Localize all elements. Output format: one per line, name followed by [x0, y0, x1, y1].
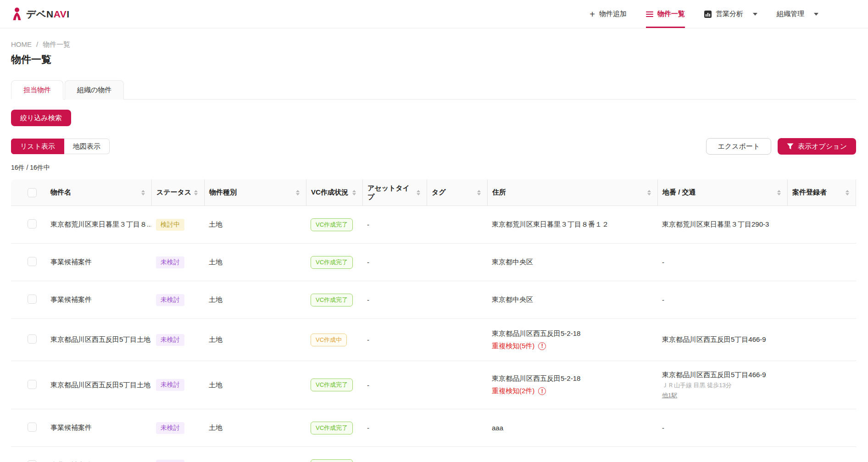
property-name[interactable]: 東京都荒川区東日暮里３丁目８...: [46, 220, 151, 229]
col-header-tag: タグ: [427, 179, 487, 206]
breadcrumb-current: 物件一覧: [43, 40, 70, 49]
select-all-checkbox[interactable]: [28, 188, 37, 197]
vc-status-badge: VC作成完了: [311, 422, 353, 434]
toolbar-right: エクスポート 表示オプション: [706, 138, 856, 155]
status-badge: 未検討: [156, 334, 184, 346]
row-checkbox[interactable]: [28, 423, 37, 432]
map-view-button[interactable]: 地図表示: [64, 139, 110, 154]
col-header-name: 物件名: [46, 179, 151, 206]
sort-icon[interactable]: [417, 190, 420, 195]
table-header-row: 物件名 ステータス 物件種別 VC作成状況 アセットタイプ タグ 住所 地番 /…: [11, 179, 856, 206]
status-badge: 未検討: [156, 379, 184, 391]
warning-icon: !: [538, 387, 546, 395]
table-row[interactable]: 事業候補案件 未検討 土地 VC作成完了 - aaa -: [11, 409, 856, 447]
duplicate-alert[interactable]: 重複検知(5件) !: [492, 342, 546, 351]
lot-number: -: [657, 296, 787, 304]
vc-status-badge: VC作成完了: [311, 459, 353, 462]
vc-status-badge: VC作成完了: [311, 294, 353, 306]
sort-icon[interactable]: [194, 190, 198, 195]
tab-organization-properties[interactable]: 組織の物件: [65, 80, 124, 100]
property-name[interactable]: 東京都品川区西五反田5丁目土地: [46, 335, 151, 344]
logo[interactable]: デベNAVI: [11, 0, 70, 28]
asset-type: -: [362, 336, 427, 344]
property-type: 土地: [204, 258, 306, 267]
chevron-down-icon: [814, 13, 818, 16]
property-name[interactable]: 東京都品川区西五反田5丁目土地: [46, 381, 151, 390]
sort-icon[interactable]: [352, 190, 356, 195]
export-button[interactable]: エクスポート: [706, 138, 771, 155]
vc-status-badge: VC作成完了: [311, 218, 353, 231]
table-row[interactable]: 東京都品川区西五反田5丁目土地 未検討 土地 VC作成完了 - 東京都品川区西五…: [11, 361, 856, 409]
nav-label: 営業分析: [716, 10, 743, 18]
status-badge: 未検討: [156, 422, 184, 434]
plus-icon: +: [590, 10, 595, 19]
list-icon: [646, 11, 653, 17]
list-view-button[interactable]: リスト表示: [11, 139, 64, 154]
table-row[interactable]: 東京都品川区西五反田5丁目土地 未検討 土地 VC作成中 - 東京都品川区西五反…: [11, 319, 856, 361]
col-header-registrant: 案件登録者: [787, 179, 856, 206]
sort-icon[interactable]: [777, 190, 781, 195]
main-nav: + 物件追加 物件一覧 営業分析 組織管理: [590, 0, 818, 28]
nav-property-list[interactable]: 物件一覧: [646, 0, 685, 28]
table-row[interactable]: 事業候補案件 未検討 土地 VC作成完了 -: [11, 447, 856, 462]
main-content: HOME / 物件一覧 物件一覧 担当物件 組織の物件 絞り込み検索 リスト表示…: [0, 40, 868, 462]
asset-type: -: [362, 221, 427, 228]
display-options-button[interactable]: 表示オプション: [778, 138, 856, 155]
col-header-lot-transport: 地番 / 交通: [657, 179, 787, 206]
toolbar: リスト表示 地図表示 エクスポート 表示オプション: [11, 138, 856, 155]
view-toggle: リスト表示 地図表示: [11, 139, 110, 154]
duplicate-alert[interactable]: 重複検知(2件) !: [492, 387, 546, 395]
lot-number: 東京都荒川区東日暮里３丁目290-3: [657, 220, 787, 229]
row-checkbox[interactable]: [28, 257, 37, 266]
sort-icon[interactable]: [846, 190, 849, 195]
row-checkbox[interactable]: [28, 334, 37, 344]
breadcrumb-home[interactable]: HOME: [11, 40, 32, 49]
tab-bar: 担当物件 組織の物件: [11, 80, 856, 100]
nav-label: 組織管理: [777, 10, 804, 18]
row-checkbox[interactable]: [28, 219, 37, 228]
property-name[interactable]: 事業候補案件: [46, 295, 151, 304]
table-row[interactable]: 事業候補案件 未検討 土地 VC作成完了 - 東京都中央区 -: [11, 244, 856, 281]
nav-org-management[interactable]: 組織管理: [777, 0, 818, 28]
transport-info: ＪＲ山手線 目黒 徒歩13分: [662, 381, 732, 390]
property-name[interactable]: 事業候補案件: [46, 423, 151, 432]
breadcrumb: HOME / 物件一覧: [11, 40, 856, 49]
property-table: 物件名 ステータス 物件種別 VC作成状況 アセットタイプ タグ 住所 地番 /…: [11, 179, 856, 462]
col-header-vc-status: VC作成状況: [306, 179, 362, 206]
vc-status-badge: VC作成中: [311, 334, 347, 346]
address: 東京都中央区: [487, 258, 657, 267]
nav-add-property[interactable]: + 物件追加: [590, 0, 627, 28]
col-header-address: 住所: [487, 179, 657, 206]
lot-number: -: [657, 258, 787, 266]
more-stations-link[interactable]: 他1駅: [662, 391, 677, 400]
sort-icon[interactable]: [141, 190, 145, 195]
logo-person-icon: [11, 7, 23, 21]
sort-icon[interactable]: [296, 190, 300, 195]
result-count: 16件 / 16件中: [11, 164, 856, 172]
col-header-type: 物件種別: [204, 179, 306, 206]
nav-sales-analysis[interactable]: 営業分析: [704, 0, 757, 28]
filter-funnel-icon: [787, 143, 794, 150]
asset-type: -: [362, 296, 427, 304]
status-badge: 未検討: [156, 294, 184, 306]
chevron-down-icon: [753, 13, 757, 16]
address: 東京都品川区西五反田5-2-18: [492, 374, 580, 383]
table-row[interactable]: 東京都荒川区東日暮里３丁目８... 検討中 土地 VC作成完了 - 東京都荒川区…: [11, 206, 856, 244]
property-type: 土地: [204, 423, 306, 432]
nav-label: 物件追加: [599, 10, 627, 18]
filter-search-button[interactable]: 絞り込み検索: [11, 110, 71, 126]
row-checkbox[interactable]: [28, 460, 37, 462]
row-checkbox[interactable]: [28, 380, 37, 389]
row-checkbox[interactable]: [28, 295, 37, 304]
property-type: 土地: [204, 381, 306, 390]
tab-assigned-properties[interactable]: 担当物件: [11, 80, 63, 100]
vc-status-badge: VC作成完了: [311, 256, 353, 269]
table-row[interactable]: 事業候補案件 未検討 土地 VC作成完了 - 東京都中央区 -: [11, 281, 856, 319]
sort-icon[interactable]: [647, 190, 651, 195]
vc-status-badge: VC作成完了: [311, 379, 353, 391]
property-name[interactable]: 事業候補案件: [46, 258, 151, 267]
lot-number: 東京都品川区西五反田5丁目466-9: [657, 335, 787, 344]
col-header-asset-type: アセットタイプ: [362, 179, 427, 206]
sort-icon[interactable]: [477, 190, 481, 195]
lot-number: -: [657, 424, 787, 432]
